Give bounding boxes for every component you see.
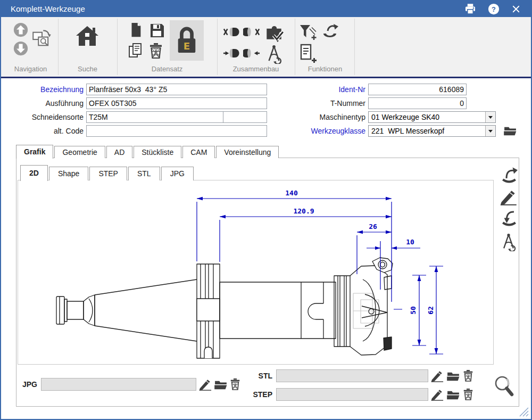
werkzeugklasse-dropdown[interactable]: 221 WPL Messerkopf bbox=[368, 125, 496, 137]
stl-delete-button[interactable] bbox=[462, 369, 475, 384]
new-record-icon bbox=[128, 21, 144, 38]
attach-component-right-button[interactable] bbox=[243, 47, 260, 59]
subtab-2d[interactable]: 2D bbox=[20, 165, 48, 181]
export-icon bbox=[500, 167, 518, 185]
remove-component-left-button[interactable] bbox=[223, 26, 240, 38]
label-maschinentyp: Maschinentyp bbox=[291, 111, 365, 123]
measure-refresh-button[interactable] bbox=[265, 44, 283, 64]
jpg-delete-button[interactable] bbox=[229, 377, 242, 393]
import-graphic-button[interactable] bbox=[500, 210, 518, 230]
label-stl: STL bbox=[240, 369, 272, 382]
subtab-jpg[interactable]: JPG bbox=[161, 167, 194, 180]
filter-add-button[interactable] bbox=[299, 23, 318, 39]
alt-code-field[interactable] bbox=[86, 125, 267, 137]
remove-component-right-icon bbox=[243, 26, 260, 38]
delete-button[interactable] bbox=[147, 42, 164, 59]
folder-icon bbox=[446, 371, 460, 382]
drawing-panel: 140 120.9 26 10 50 62 bbox=[18, 180, 494, 365]
zoom-preview-button[interactable] bbox=[492, 374, 515, 401]
folder-icon bbox=[446, 390, 460, 400]
dimension-label-gauge-length: 120.9 bbox=[293, 207, 314, 215]
attach-component-right-icon bbox=[243, 47, 260, 59]
group-label-suche: Suche bbox=[60, 65, 115, 73]
jpg-edit-button[interactable] bbox=[199, 378, 212, 393]
folder-icon bbox=[503, 126, 517, 136]
step-browse-button[interactable] bbox=[446, 390, 460, 402]
document-add-button[interactable] bbox=[299, 44, 317, 64]
ident-nr-field[interactable] bbox=[368, 84, 467, 95]
nav-next-button[interactable] bbox=[13, 40, 29, 56]
resize-grip[interactable] bbox=[519, 407, 529, 417]
measure-graphic-button[interactable] bbox=[500, 232, 517, 253]
tab-stueckliste[interactable]: Stückliste bbox=[134, 146, 181, 158]
arrow-down-circle-icon bbox=[13, 40, 29, 56]
jpg-browse-button[interactable] bbox=[214, 380, 228, 392]
t-nummer-field[interactable] bbox=[368, 97, 467, 109]
tab-voreinstellung[interactable]: Voreinstellung bbox=[216, 146, 279, 158]
label-t-nummer: T-Nummer bbox=[291, 97, 365, 109]
help-icon[interactable] bbox=[487, 3, 500, 15]
technical-drawing: 140 120.9 26 10 50 62 bbox=[18, 180, 493, 364]
nav-previous-button[interactable] bbox=[13, 22, 29, 38]
maschinentyp-dropdown[interactable]: 01 Werkzeuge SK40 bbox=[368, 111, 496, 123]
graphic-subtabs: 2D Shape STEP STL JPG bbox=[20, 164, 195, 180]
ausfuehrung-field[interactable] bbox=[86, 97, 267, 109]
dimension-label-head-length: 26 bbox=[369, 223, 377, 230]
group-label-datensatz: Datensatz bbox=[119, 65, 215, 73]
remove-component-right-button[interactable] bbox=[243, 26, 260, 38]
maschinentyp-dropdown-button[interactable] bbox=[485, 112, 495, 122]
window-title: Komplett-Werkzeuge bbox=[11, 1, 85, 17]
group-label-zusammenbau: Zusammenbau bbox=[219, 65, 293, 73]
compass-refresh-icon bbox=[265, 44, 283, 64]
label-step: STEP bbox=[240, 388, 272, 401]
toolbar-separator bbox=[58, 19, 59, 75]
close-icon[interactable] bbox=[510, 3, 522, 15]
export-graphic-button[interactable] bbox=[500, 167, 518, 187]
window-search-button[interactable] bbox=[32, 29, 52, 49]
edit-graphic-button[interactable] bbox=[499, 188, 518, 208]
label-jpg: JPG bbox=[5, 378, 37, 391]
trash-icon bbox=[462, 369, 475, 382]
tab-grafik[interactable]: Grafik bbox=[16, 145, 53, 159]
schneidensorte-field[interactable] bbox=[86, 111, 223, 123]
arrow-up-circle-icon bbox=[13, 22, 29, 38]
new-record-button[interactable] bbox=[128, 21, 144, 39]
werkzeugklasse-browse-button[interactable] bbox=[503, 126, 517, 138]
werkzeugklasse-dropdown-button[interactable] bbox=[485, 126, 495, 136]
label-schneidensorte: Schneidensorte bbox=[12, 111, 84, 123]
copy-button[interactable] bbox=[127, 42, 144, 59]
assembly-check-button[interactable] bbox=[264, 22, 284, 42]
toolbar-separator bbox=[295, 19, 295, 75]
stl-edit-button[interactable] bbox=[431, 369, 444, 384]
folder-icon bbox=[214, 380, 228, 390]
schneidensorte-extra-field[interactable] bbox=[223, 111, 267, 123]
remove-component-left-icon bbox=[223, 26, 240, 38]
app-window: Komplett-Werkzeuge Navigation Suche bbox=[0, 0, 532, 420]
bezeichnung-field[interactable] bbox=[86, 84, 267, 95]
trash-icon bbox=[147, 42, 164, 59]
maschinentyp-value: 01 Werkzeuge SK40 bbox=[371, 112, 439, 122]
attach-component-left-button[interactable] bbox=[223, 47, 240, 59]
subtab-step[interactable]: STEP bbox=[89, 167, 127, 180]
stl-browse-button[interactable] bbox=[446, 371, 460, 384]
tab-cam[interactable]: CAM bbox=[182, 146, 215, 158]
jpg-path-field bbox=[41, 378, 196, 391]
redo-button[interactable] bbox=[321, 23, 339, 39]
tab-geometrie[interactable]: Geometrie bbox=[54, 146, 105, 158]
import-icon bbox=[500, 210, 518, 228]
chevron-down-icon bbox=[488, 130, 493, 133]
tab-ad[interactable]: AD bbox=[106, 146, 132, 158]
subtab-stl[interactable]: STL bbox=[128, 167, 160, 180]
toolbar-separator bbox=[217, 19, 218, 75]
step-delete-button[interactable] bbox=[462, 388, 475, 403]
chevron-down-icon bbox=[488, 116, 493, 119]
subtab-shape[interactable]: Shape bbox=[49, 167, 88, 180]
edit-lock-button[interactable] bbox=[170, 20, 204, 61]
step-path-field bbox=[276, 388, 428, 401]
save-button[interactable] bbox=[148, 22, 165, 39]
step-edit-button[interactable] bbox=[431, 388, 444, 403]
main-tabs: Grafik Geometrie AD Stückliste CAM Vorei… bbox=[16, 145, 280, 158]
home-search-button[interactable] bbox=[74, 23, 100, 49]
print-icon[interactable] bbox=[464, 3, 477, 15]
dimension-arrowheads bbox=[197, 197, 438, 354]
